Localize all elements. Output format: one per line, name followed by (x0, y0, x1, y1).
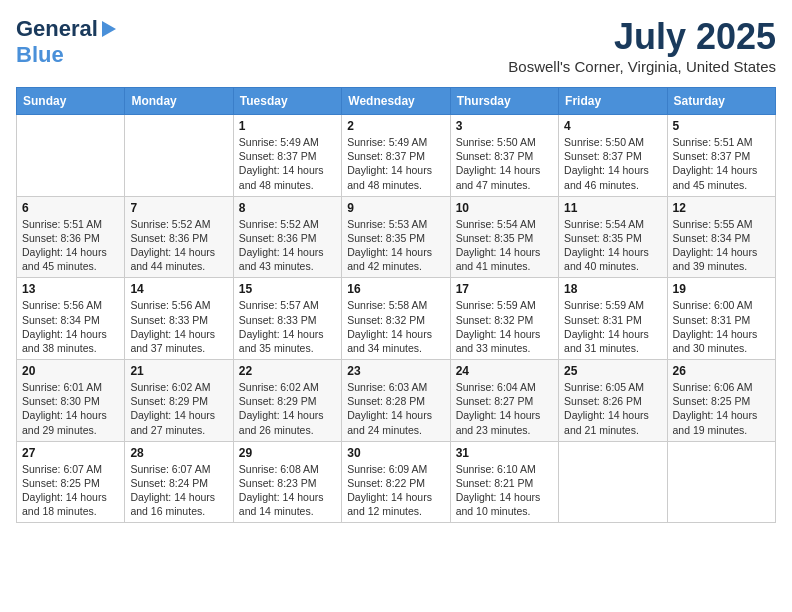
calendar-cell: 31Sunrise: 6:10 AM Sunset: 8:21 PM Dayli… (450, 441, 558, 523)
weekday-header-monday: Monday (125, 88, 233, 115)
day-number: 12 (673, 201, 770, 215)
calendar-cell: 29Sunrise: 6:08 AM Sunset: 8:23 PM Dayli… (233, 441, 341, 523)
day-number: 29 (239, 446, 336, 460)
logo-text-general: General (16, 16, 98, 42)
calendar-week-3: 13Sunrise: 5:56 AM Sunset: 8:34 PM Dayli… (17, 278, 776, 360)
day-number: 26 (673, 364, 770, 378)
calendar-cell: 4Sunrise: 5:50 AM Sunset: 8:37 PM Daylig… (559, 115, 667, 197)
day-info: Sunrise: 6:01 AM Sunset: 8:30 PM Dayligh… (22, 380, 119, 437)
calendar-cell: 10Sunrise: 5:54 AM Sunset: 8:35 PM Dayli… (450, 196, 558, 278)
day-info: Sunrise: 5:51 AM Sunset: 8:36 PM Dayligh… (22, 217, 119, 274)
calendar-cell: 3Sunrise: 5:50 AM Sunset: 8:37 PM Daylig… (450, 115, 558, 197)
logo-arrow-icon (102, 21, 116, 37)
calendar-cell: 15Sunrise: 5:57 AM Sunset: 8:33 PM Dayli… (233, 278, 341, 360)
calendar-cell: 16Sunrise: 5:58 AM Sunset: 8:32 PM Dayli… (342, 278, 450, 360)
calendar-cell: 6Sunrise: 5:51 AM Sunset: 8:36 PM Daylig… (17, 196, 125, 278)
calendar-cell: 30Sunrise: 6:09 AM Sunset: 8:22 PM Dayli… (342, 441, 450, 523)
calendar-cell (17, 115, 125, 197)
calendar-cell: 13Sunrise: 5:56 AM Sunset: 8:34 PM Dayli… (17, 278, 125, 360)
calendar-cell: 28Sunrise: 6:07 AM Sunset: 8:24 PM Dayli… (125, 441, 233, 523)
day-info: Sunrise: 5:57 AM Sunset: 8:33 PM Dayligh… (239, 298, 336, 355)
day-number: 24 (456, 364, 553, 378)
calendar-week-2: 6Sunrise: 5:51 AM Sunset: 8:36 PM Daylig… (17, 196, 776, 278)
day-info: Sunrise: 6:06 AM Sunset: 8:25 PM Dayligh… (673, 380, 770, 437)
day-number: 22 (239, 364, 336, 378)
calendar-cell: 19Sunrise: 6:00 AM Sunset: 8:31 PM Dayli… (667, 278, 775, 360)
day-number: 28 (130, 446, 227, 460)
calendar-cell (667, 441, 775, 523)
day-info: Sunrise: 5:51 AM Sunset: 8:37 PM Dayligh… (673, 135, 770, 192)
day-number: 17 (456, 282, 553, 296)
day-number: 21 (130, 364, 227, 378)
weekday-header-row: SundayMondayTuesdayWednesdayThursdayFrid… (17, 88, 776, 115)
day-number: 23 (347, 364, 444, 378)
calendar-cell (559, 441, 667, 523)
day-info: Sunrise: 5:54 AM Sunset: 8:35 PM Dayligh… (564, 217, 661, 274)
day-info: Sunrise: 5:49 AM Sunset: 8:37 PM Dayligh… (239, 135, 336, 192)
day-number: 20 (22, 364, 119, 378)
day-number: 6 (22, 201, 119, 215)
calendar-body: 1Sunrise: 5:49 AM Sunset: 8:37 PM Daylig… (17, 115, 776, 523)
weekday-header-thursday: Thursday (450, 88, 558, 115)
page-header: General Blue July 2025 Boswell's Corner,… (16, 16, 776, 75)
calendar-cell: 11Sunrise: 5:54 AM Sunset: 8:35 PM Dayli… (559, 196, 667, 278)
day-info: Sunrise: 5:50 AM Sunset: 8:37 PM Dayligh… (564, 135, 661, 192)
day-number: 1 (239, 119, 336, 133)
calendar-header: SundayMondayTuesdayWednesdayThursdayFrid… (17, 88, 776, 115)
day-number: 13 (22, 282, 119, 296)
calendar-cell: 26Sunrise: 6:06 AM Sunset: 8:25 PM Dayli… (667, 360, 775, 442)
day-number: 11 (564, 201, 661, 215)
day-number: 14 (130, 282, 227, 296)
location-subtitle: Boswell's Corner, Virginia, United State… (508, 58, 776, 75)
day-info: Sunrise: 5:53 AM Sunset: 8:35 PM Dayligh… (347, 217, 444, 274)
day-number: 19 (673, 282, 770, 296)
day-number: 5 (673, 119, 770, 133)
day-info: Sunrise: 5:52 AM Sunset: 8:36 PM Dayligh… (239, 217, 336, 274)
calendar-cell: 1Sunrise: 5:49 AM Sunset: 8:37 PM Daylig… (233, 115, 341, 197)
calendar-cell: 25Sunrise: 6:05 AM Sunset: 8:26 PM Dayli… (559, 360, 667, 442)
calendar-cell (125, 115, 233, 197)
weekday-header-sunday: Sunday (17, 88, 125, 115)
day-info: Sunrise: 5:49 AM Sunset: 8:37 PM Dayligh… (347, 135, 444, 192)
day-info: Sunrise: 5:54 AM Sunset: 8:35 PM Dayligh… (456, 217, 553, 274)
day-info: Sunrise: 5:56 AM Sunset: 8:34 PM Dayligh… (22, 298, 119, 355)
day-number: 2 (347, 119, 444, 133)
weekday-header-wednesday: Wednesday (342, 88, 450, 115)
day-info: Sunrise: 5:59 AM Sunset: 8:32 PM Dayligh… (456, 298, 553, 355)
day-info: Sunrise: 6:00 AM Sunset: 8:31 PM Dayligh… (673, 298, 770, 355)
day-info: Sunrise: 6:07 AM Sunset: 8:25 PM Dayligh… (22, 462, 119, 519)
day-info: Sunrise: 5:52 AM Sunset: 8:36 PM Dayligh… (130, 217, 227, 274)
day-info: Sunrise: 5:56 AM Sunset: 8:33 PM Dayligh… (130, 298, 227, 355)
calendar-cell: 9Sunrise: 5:53 AM Sunset: 8:35 PM Daylig… (342, 196, 450, 278)
day-number: 7 (130, 201, 227, 215)
calendar-cell: 23Sunrise: 6:03 AM Sunset: 8:28 PM Dayli… (342, 360, 450, 442)
calendar-cell: 22Sunrise: 6:02 AM Sunset: 8:29 PM Dayli… (233, 360, 341, 442)
day-info: Sunrise: 6:04 AM Sunset: 8:27 PM Dayligh… (456, 380, 553, 437)
day-info: Sunrise: 5:55 AM Sunset: 8:34 PM Dayligh… (673, 217, 770, 274)
day-number: 25 (564, 364, 661, 378)
calendar-cell: 12Sunrise: 5:55 AM Sunset: 8:34 PM Dayli… (667, 196, 775, 278)
day-number: 10 (456, 201, 553, 215)
day-info: Sunrise: 5:50 AM Sunset: 8:37 PM Dayligh… (456, 135, 553, 192)
calendar-cell: 14Sunrise: 5:56 AM Sunset: 8:33 PM Dayli… (125, 278, 233, 360)
day-number: 8 (239, 201, 336, 215)
day-info: Sunrise: 5:58 AM Sunset: 8:32 PM Dayligh… (347, 298, 444, 355)
day-info: Sunrise: 6:09 AM Sunset: 8:22 PM Dayligh… (347, 462, 444, 519)
calendar-table: SundayMondayTuesdayWednesdayThursdayFrid… (16, 87, 776, 523)
calendar-cell: 27Sunrise: 6:07 AM Sunset: 8:25 PM Dayli… (17, 441, 125, 523)
day-number: 3 (456, 119, 553, 133)
logo: General Blue (16, 16, 116, 68)
calendar-cell: 24Sunrise: 6:04 AM Sunset: 8:27 PM Dayli… (450, 360, 558, 442)
calendar-week-1: 1Sunrise: 5:49 AM Sunset: 8:37 PM Daylig… (17, 115, 776, 197)
weekday-header-friday: Friday (559, 88, 667, 115)
day-info: Sunrise: 6:02 AM Sunset: 8:29 PM Dayligh… (130, 380, 227, 437)
day-info: Sunrise: 6:03 AM Sunset: 8:28 PM Dayligh… (347, 380, 444, 437)
logo-text-blue: Blue (16, 42, 64, 67)
day-number: 16 (347, 282, 444, 296)
day-number: 31 (456, 446, 553, 460)
calendar-cell: 8Sunrise: 5:52 AM Sunset: 8:36 PM Daylig… (233, 196, 341, 278)
calendar-cell: 7Sunrise: 5:52 AM Sunset: 8:36 PM Daylig… (125, 196, 233, 278)
day-info: Sunrise: 5:59 AM Sunset: 8:31 PM Dayligh… (564, 298, 661, 355)
calendar-week-5: 27Sunrise: 6:07 AM Sunset: 8:25 PM Dayli… (17, 441, 776, 523)
day-number: 27 (22, 446, 119, 460)
